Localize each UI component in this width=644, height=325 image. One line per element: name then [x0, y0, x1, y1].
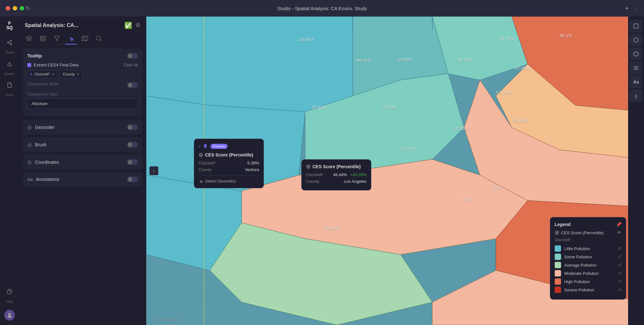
settings-icon[interactable]: ⚙ — [135, 22, 140, 29]
titlebar-nav: ‹ ↻ — [19, 5, 30, 12]
little-refresh-icon[interactable]: ↺ — [618, 246, 621, 251]
select-geometry-label: Select Geometry — [205, 179, 236, 183]
tab-table[interactable] — [37, 32, 49, 44]
avatar[interactable] — [4, 310, 15, 321]
tab-filter[interactable] — [51, 32, 63, 44]
legend-pin-icon[interactable]: 📌 — [616, 222, 621, 227]
sidebar-help-button[interactable] — [3, 285, 16, 298]
logo: F SQ — [6, 21, 13, 30]
comparison-mode-row: Comparison Mode — [27, 82, 138, 88]
logo-f: F — [8, 21, 11, 25]
extract-text: Extract CES4 Final Data — [34, 63, 79, 67]
close-button[interactable] — [6, 6, 10, 10]
legend-dataset-label: CES Score (Percentile) — [561, 230, 604, 235]
draw-polygon-button[interactable] — [630, 48, 642, 60]
comparison-clscore-row: ClscoreP 48.44% +43.05% — [306, 172, 367, 177]
legend-visibility-icon[interactable]: 👁 — [617, 230, 621, 235]
view-2d-button[interactable] — [630, 20, 642, 32]
panel-header: Spatial Analysis: CA... ✅ ⚙ — [19, 17, 146, 32]
legend-item-little: Little Pollution ↺ — [555, 245, 621, 252]
puzzle-icon[interactable]: ✦ — [625, 5, 629, 11]
annotations-section[interactable]: Aa Annotations — [23, 172, 142, 187]
export-label: Export — [5, 72, 14, 76]
coordinates-toggle[interactable] — [127, 159, 138, 165]
tab-search[interactable] — [93, 32, 105, 44]
brush-toggle[interactable] — [127, 142, 138, 148]
tooltip-county-row: County Ventura — [199, 167, 259, 172]
legend-field-row: ClscoreP › — [555, 238, 621, 242]
clear-all-button[interactable]: Clear All — [124, 63, 138, 67]
tabs-row — [19, 32, 146, 45]
geocoder-toggle[interactable] — [127, 124, 138, 130]
window-title: Studio - Spatial Analysis: CA Enviro. St… — [277, 6, 367, 11]
annotations-left: Aa Annotations — [27, 177, 59, 182]
help-label: Help — [6, 300, 13, 303]
sidebar-narrow: F SQ Share Export Docs Help — [0, 17, 19, 325]
moderate-refresh-icon[interactable]: ↺ — [618, 271, 621, 276]
text-tool-button[interactable]: Aa — [630, 76, 642, 88]
sidebar-share-button[interactable] — [3, 36, 16, 49]
tab-interaction[interactable] — [65, 32, 77, 44]
legend-little-label: Little Pollution — [555, 245, 590, 252]
some-swatch — [555, 254, 561, 260]
annotations-toggle[interactable] — [127, 176, 138, 182]
comparison-clscore-label: ClscoreP — [306, 172, 323, 177]
high-refresh-icon[interactable]: ↺ — [618, 279, 621, 284]
code-view-button[interactable]: {} — [630, 90, 642, 102]
tab-layers[interactable] — [23, 32, 35, 44]
coordinates-left: ◎ Coordinates — [27, 159, 59, 165]
select-geometry-button[interactable]: Select Geometry — [199, 179, 259, 183]
back-button[interactable]: ‹ — [19, 5, 21, 12]
comparison-type-input[interactable] — [27, 98, 138, 109]
comparison-mode-label: Comparison Mode — [27, 82, 58, 86]
legend-average-label: Average Pollution — [555, 262, 597, 268]
county-value: Ventura — [245, 167, 259, 172]
coordinates-section[interactable]: ◎ Coordinates — [23, 155, 142, 169]
tooltip-toggle[interactable] — [127, 53, 138, 59]
legend-high-label: High Pollution — [555, 278, 590, 285]
svg-line-19 — [100, 40, 101, 41]
share-label: Share — [5, 51, 14, 54]
tooltip-title: Tooltip — [27, 53, 42, 58]
primary-tooltip: ‹ Primary CES Score (Percentile) Clscore… — [194, 139, 264, 188]
svg-marker-9 — [26, 36, 32, 38]
brush-section[interactable]: ◎ Brush — [23, 137, 142, 152]
tooltip-toggle-knob — [128, 54, 132, 58]
coordinates-icon: ◎ — [27, 159, 32, 165]
more-icon[interactable]: ⋮ — [633, 5, 638, 11]
tooltip-clscore-row: ClscoreP 5.38% — [199, 161, 259, 165]
comparison-county-label: County — [306, 179, 319, 184]
legend-item-some: Some Pollution ↺ — [555, 254, 621, 260]
average-refresh-icon[interactable]: ↺ — [618, 262, 621, 268]
remove-county-button[interactable]: ✕ — [77, 72, 79, 76]
legend-dataset-row: CES Score (Percentile) 👁 — [555, 230, 621, 235]
remove-clscorep-button[interactable]: ✕ — [51, 72, 54, 76]
minimize-button[interactable] — [13, 6, 17, 10]
primary-badge: Primary — [210, 144, 228, 149]
geocoder-section[interactable]: ◎ Geocoder — [23, 120, 142, 135]
extract-color-dot — [27, 63, 31, 67]
tooltip-back-nav[interactable]: ‹ — [199, 143, 200, 149]
legend-chevron-icon[interactable]: › — [572, 238, 573, 242]
comparison-tooltip: CES Score (Percentile) ClscoreP 48.44% +… — [301, 159, 371, 190]
collapse-panel-button[interactable]: ‹ — [149, 166, 158, 175]
average-text: Average Pollution — [564, 263, 597, 268]
comparison-clscore-value: 48.44% +43.05% — [333, 172, 367, 177]
annotations-label: Annotations — [36, 177, 59, 182]
view-3d-button[interactable] — [630, 34, 642, 46]
table-view-button[interactable] — [630, 62, 642, 74]
sidebar-docs-button[interactable] — [3, 79, 16, 91]
comparison-mode-toggle[interactable] — [127, 82, 138, 88]
hash-icon: # — [30, 72, 32, 76]
tab-map[interactable] — [79, 32, 91, 44]
tooltip-divider — [199, 175, 259, 176]
little-text: Little Pollution — [564, 246, 590, 251]
severe-refresh-icon[interactable]: ↺ — [618, 287, 621, 292]
legend-item-severe: Severe Pollution ↺ — [555, 287, 621, 293]
sidebar-export-button[interactable] — [3, 57, 16, 70]
refresh-button[interactable]: ↻ — [25, 5, 30, 12]
comparison-section-title: CES Score (Percentile) — [306, 164, 367, 169]
some-refresh-icon[interactable]: ↺ — [618, 254, 621, 259]
svg-point-18 — [97, 36, 101, 40]
comparison-type-label: Comparison Type — [27, 92, 138, 96]
